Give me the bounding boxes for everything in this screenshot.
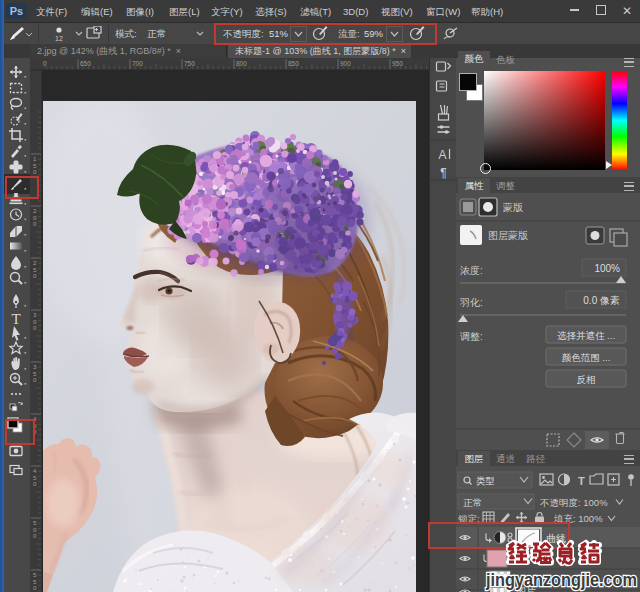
svg-text:650: 650	[80, 60, 91, 67]
svg-text:800: 800	[236, 60, 247, 67]
svg-text:950: 950	[392, 60, 403, 67]
svg-text:T: T	[11, 311, 20, 327]
svg-text:0.0 像素: 0.0 像素	[583, 295, 620, 306]
svg-text:不透明度: 100%: 不透明度: 100%	[540, 497, 608, 508]
svg-text:浓度:: 浓度:	[460, 265, 483, 276]
svg-text:100%: 100%	[594, 263, 620, 274]
svg-text:调整:: 调整:	[460, 331, 483, 342]
svg-text:类型: 类型	[476, 475, 495, 486]
svg-text:图层蒙版: 图层蒙版	[488, 230, 528, 241]
svg-text:羽化:: 羽化:	[459, 297, 483, 308]
svg-text:A: A	[438, 148, 446, 162]
svg-text:850: 850	[288, 60, 299, 67]
svg-text:正常: 正常	[463, 497, 482, 508]
svg-text:0: 0	[33, 480, 37, 487]
svg-text:蒙版: 蒙版	[502, 202, 523, 213]
svg-text:0: 0	[43, 60, 47, 67]
svg-text:¶: ¶	[440, 166, 446, 180]
svg-text:选择并遮住 ...: 选择并遮住 ...	[557, 330, 615, 341]
svg-text:0: 0	[33, 220, 37, 227]
svg-text:0: 0	[33, 168, 37, 175]
svg-text:颜色范围 ...: 颜色范围 ...	[562, 352, 611, 363]
svg-text:反相: 反相	[577, 374, 596, 385]
svg-text:700: 700	[132, 60, 143, 67]
svg-text:12: 12	[55, 35, 63, 42]
svg-text:750: 750	[184, 60, 195, 67]
svg-text:0: 0	[33, 272, 37, 279]
svg-text:0: 0	[33, 532, 37, 539]
svg-text:T: T	[578, 475, 585, 487]
svg-text:0: 0	[33, 324, 37, 331]
svg-text:jingyanzongjie.com: jingyanzongjie.com	[485, 570, 637, 590]
svg-text:0: 0	[33, 376, 37, 383]
svg-text:900: 900	[340, 60, 351, 67]
svg-text:0: 0	[33, 584, 37, 591]
